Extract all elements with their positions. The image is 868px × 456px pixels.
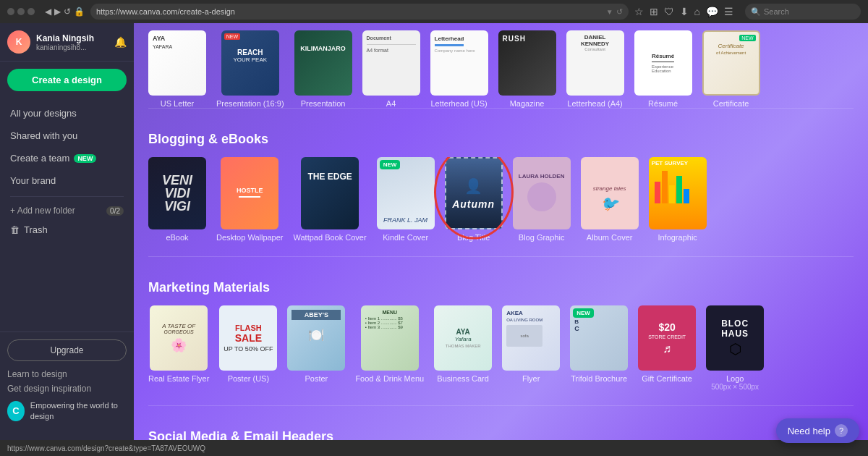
browser-forward (17, 8, 25, 15)
infographic-label: Infographic (658, 233, 697, 242)
template-infographic[interactable]: PET SURVEY Infographic (649, 157, 707, 242)
user-email: kanianingsih8... (36, 43, 109, 51)
browser-reload (27, 8, 35, 15)
template-bizcard[interactable]: AYA Yafara THOMAS MAKER Business Card (434, 305, 492, 391)
ebook-label: eBook (166, 233, 188, 242)
trifold-label: Trifold Brochure (571, 374, 627, 383)
brand-label: Your brand (10, 175, 56, 186)
template-presentation-16-9[interactable]: REACH YOUR PEAK NEW Presentation (16:9) (216, 30, 284, 108)
upgrade-button[interactable]: Upgrade (7, 339, 127, 361)
template-blog-graphic[interactable]: LAURA HOLDEN Blog Graphic (513, 157, 571, 242)
learn-design-link[interactable]: Learn to design (7, 367, 127, 381)
canva-logo: C (7, 401, 25, 421)
template-letterhead-us[interactable]: Letterhead Company name here Letterhead … (430, 30, 488, 108)
flyer-thumb: AKEA OA LIVING ROOM sofa (502, 305, 560, 371)
sidebar-header: K Kania Ningsih kanianingsih8... 🔔 (0, 23, 134, 62)
status-url: https://www.canva.com/design?create&type… (7, 444, 205, 452)
browser-controls (7, 8, 35, 15)
infographic-thumb: PET SURVEY (649, 157, 707, 229)
search-icon: 🔍 (751, 7, 761, 17)
giftcert-label: Gift Certificate (642, 374, 692, 383)
help-icon: ? (835, 424, 848, 437)
template-certificate[interactable]: NEW Certificate of Achievement Certifica… (702, 30, 760, 108)
template-label: Presentation (301, 99, 346, 108)
main-content: AYA YAFARA US Letter REACH YOUR PEAK NEW… (134, 23, 868, 440)
template-label: US Letter (161, 99, 194, 108)
poster-label: Poster (305, 374, 328, 383)
create-design-button[interactable]: Create a design (7, 69, 127, 91)
template-food-menu[interactable]: MENU • Item 1 ............. $5 • Item 2 … (355, 305, 424, 391)
need-help-button[interactable]: Need help ? (776, 418, 859, 443)
sidebar-item-shared[interactable]: Shared with you (0, 124, 134, 147)
marketing-section-title: Marketing Materials (148, 269, 854, 295)
template-poster-us[interactable]: FLASH SALE UP TO 50% OFF Poster (US) (219, 305, 277, 391)
template-trifold[interactable]: NEW B C Trifold Brochure (570, 305, 628, 391)
trifold-thumb: NEW B C (570, 305, 628, 371)
bell-icon[interactable]: 🔔 (114, 36, 127, 48)
template-album[interactable]: strange tales 🐦 Album Cover (581, 157, 639, 242)
kindle-label: Kindle Cover (383, 233, 428, 242)
template-giftcert[interactable]: $20 STORE CREDIT ♬ Gift Certificate (638, 305, 696, 391)
trash-icon: 🗑 (10, 224, 20, 235)
desktop-label: Desktop Wallpaper (216, 233, 284, 242)
album-thumb: strange tales 🐦 (581, 157, 639, 229)
template-realestate[interactable]: A TASTE OF GORGEOUS 🌸 Real Estate Flyer (148, 305, 209, 391)
reader-icon[interactable]: ⊞ (650, 6, 658, 17)
blogging-section: Blogging & eBooks VENIVIDIVIGI eBook HOS… (148, 108, 854, 242)
social-divider (148, 405, 854, 406)
template-label: Letterhead (A4) (567, 99, 622, 108)
chat-icon[interactable]: 💬 (706, 6, 718, 17)
template-a4[interactable]: Document A4 format A4 (362, 30, 420, 108)
need-help-label: Need help (788, 426, 830, 436)
app-layout: K Kania Ningsih kanianingsih8... 🔔 Creat… (0, 23, 868, 440)
poster-us-label: Poster (US) (228, 374, 269, 383)
url-bar[interactable]: https://www.canva.com/create-a-design ▼ … (90, 4, 629, 20)
bizcard-thumb: AYA Yafara THOMAS MAKER (434, 305, 492, 371)
sidebar-item-brand[interactable]: Your brand (0, 169, 134, 192)
poster-us-thumb: FLASH SALE UP TO 50% OFF (219, 305, 277, 371)
template-wattpad[interactable]: THE EDGE Wattpad Book Cover (294, 157, 367, 242)
blog-graphic-label: Blog Graphic (519, 233, 565, 242)
template-logo[interactable]: BLOC HAUS ⬡ Logo 500px × 500px (706, 305, 764, 391)
food-thumb: MENU • Item 1 ............. $5 • Item 2 … (361, 305, 419, 371)
canva-branding: C Empowering the world to design (7, 396, 127, 426)
sidebar-item-all-designs[interactable]: All your designs (0, 102, 134, 124)
template-letterhead-a4[interactable]: DANIEL KENNEDY Consultant Letterhead (A4… (566, 30, 624, 108)
template-resume[interactable]: Résumé Experience Education Résumé (634, 30, 692, 108)
shield-icon[interactable]: 🛡 (664, 6, 674, 17)
download-icon[interactable]: ⬇ (680, 6, 689, 17)
add-folder-row[interactable]: + Add new folder 0/2 (0, 201, 134, 220)
trash-row[interactable]: 🗑 Trash (0, 220, 134, 240)
kindle-new-badge: NEW (380, 160, 401, 169)
template-poster[interactable]: ABEY'S 🍽️ Poster (287, 305, 345, 391)
browser-bar: ◀ ▶ ↺ 🔒 https://www.canva.com/create-a-d… (0, 0, 868, 23)
template-blog-title[interactable]: Autumn 👤 Blog Title (445, 157, 503, 242)
search-bar[interactable]: 🔍 Search (745, 4, 861, 20)
get-inspiration-link[interactable]: Get design inspiration (7, 381, 127, 396)
browser-back (7, 8, 14, 15)
kindle-thumb: NEW FRANK L. JAM (377, 157, 435, 229)
menu-icon[interactable]: ☰ (724, 6, 733, 17)
sidebar-nav: All your designs Shared with you Create … (0, 98, 134, 243)
template-presentation[interactable]: KILIMANJARO Presentation (294, 30, 352, 108)
ebook-thumb-text: VENIVIDIVIGI (162, 174, 192, 213)
template-kindle[interactable]: NEW FRANK L. JAM Kindle Cover (377, 157, 435, 242)
template-magazine[interactable]: RUSH Magazine (498, 30, 556, 108)
all-designs-label: All your designs (10, 108, 77, 119)
template-desktop-wallpaper[interactable]: HOSTLE Desktop Wallpaper (216, 157, 284, 242)
home-icon[interactable]: ⌂ (694, 6, 700, 17)
sidebar-item-create-team[interactable]: Create a team NEW (0, 147, 134, 169)
template-us-letter[interactable]: AYA YAFARA US Letter (148, 30, 206, 108)
folder-count: 0/2 (106, 206, 124, 216)
realestate-thumb: A TASTE OF GORGEOUS 🌸 (150, 305, 208, 371)
template-flyer[interactable]: AKEA OA LIVING ROOM sofa Flyer (502, 305, 560, 391)
sidebar-divider (10, 196, 124, 197)
user-name: Kania Ningsih (36, 33, 109, 43)
blogging-templates-row: VENIVIDIVIGI eBook HOSTLE Desktop Wallpa… (148, 157, 854, 242)
template-ebook[interactable]: VENIVIDIVIGI eBook (148, 157, 206, 242)
star-icon[interactable]: ☆ (634, 6, 644, 17)
poster-thumb: ABEY'S 🍽️ (287, 305, 345, 371)
section-divider (148, 108, 854, 109)
tagline: Empowering the world to design (30, 400, 127, 421)
folder-label: + Add new folder (10, 206, 106, 216)
